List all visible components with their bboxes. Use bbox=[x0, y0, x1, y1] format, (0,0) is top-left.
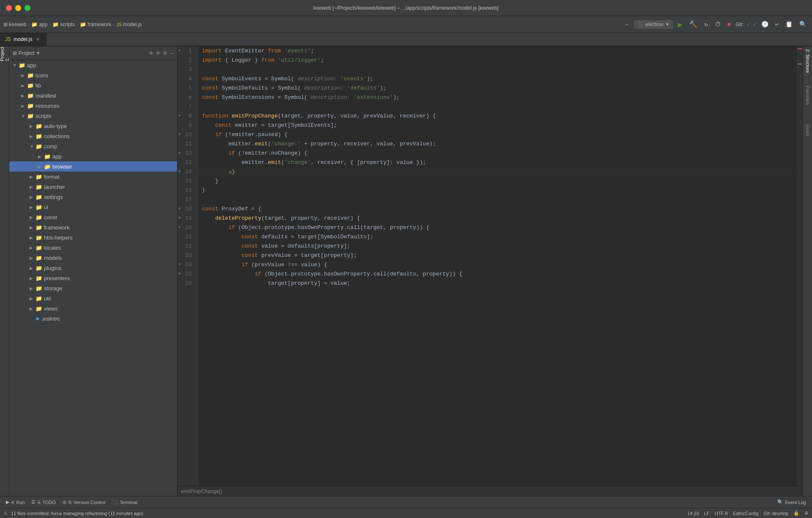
fold-18[interactable]: ▼ bbox=[178, 204, 181, 214]
tree-item-collections[interactable]: ▶ 📁 collections bbox=[9, 131, 177, 141]
fold-25[interactable]: ▼ bbox=[178, 270, 181, 279]
left-icon-project[interactable]: 1: Project bbox=[0, 48, 9, 60]
version-control-button[interactable]: ◎ 9: Version Control bbox=[60, 499, 108, 506]
breadcrumb-framework[interactable]: 📁 framework bbox=[80, 22, 111, 27]
fold-1[interactable]: ▼ bbox=[178, 46, 181, 56]
code-content[interactable]: import EventEmitter from 'events' ; impo… bbox=[199, 46, 797, 486]
run-button[interactable]: ▶ bbox=[676, 19, 684, 30]
code-line-11[interactable]: emitter. emit ( 'change:' + property, re… bbox=[199, 139, 797, 149]
tree-item-resources[interactable]: ▶ 📁 resources bbox=[9, 101, 177, 111]
status-git-branch[interactable]: Git: develop bbox=[763, 510, 788, 516]
tree-item-util[interactable]: ▶ 📁 util bbox=[9, 293, 177, 303]
search-button[interactable]: 🔍 bbox=[797, 19, 809, 29]
breadcrumb-keeweb[interactable]: ⊞ keeweb bbox=[3, 22, 26, 27]
status-commit-info[interactable]: 11 files committed: focus managing refac… bbox=[11, 511, 143, 516]
tree-item-icons[interactable]: ▶ 📁 icons bbox=[9, 70, 177, 80]
right-icon-favorites[interactable]: Favorites bbox=[804, 83, 812, 108]
breadcrumb-scripts[interactable]: 📁 scripts bbox=[52, 22, 75, 27]
tree-item-views[interactable]: ▶ 📁 views bbox=[9, 303, 177, 314]
right-icon-structure[interactable]: 2: Structure bbox=[804, 48, 812, 74]
code-line-8[interactable]: function emitPropChange (target, propert… bbox=[199, 112, 797, 121]
code-line-5[interactable]: const SymbolDefaults = Symbol( descripti… bbox=[199, 84, 797, 93]
close-button[interactable] bbox=[6, 5, 12, 11]
tree-item-launcher[interactable]: ▶ 📁 launcher bbox=[9, 182, 177, 192]
code-line-19[interactable]: deleteProperty (target, property, receiv… bbox=[199, 214, 797, 223]
tree-item-lib[interactable]: ▶ 📁 lib bbox=[9, 80, 177, 90]
git-push-button[interactable]: 📋 bbox=[783, 19, 795, 29]
tree-item-scripts[interactable]: ▼ 📁 scripts bbox=[9, 111, 177, 121]
settings-button[interactable]: ⚙ bbox=[163, 49, 166, 57]
git-rollback-button[interactable]: ↩ bbox=[773, 19, 781, 29]
minimize-panel-button[interactable]: — bbox=[170, 50, 174, 57]
tree-item-auto-type[interactable]: ▶ 📁 auto-type bbox=[9, 121, 177, 131]
todo-panel-button[interactable]: ☰ 6: TODO bbox=[29, 499, 58, 506]
git-history-button[interactable]: 🕐 bbox=[759, 19, 771, 29]
fold-24[interactable]: ▼ bbox=[178, 260, 181, 270]
code-line-6[interactable]: const SymbolExtensions = Symbol( descrip… bbox=[199, 93, 797, 102]
tree-item-comp[interactable]: ▼ 📁 comp bbox=[9, 141, 177, 151]
code-line-23[interactable]: const prevValue = target[property]; bbox=[199, 251, 797, 260]
tab-model-js[interactable]: JS model.js ✕ bbox=[0, 33, 46, 46]
fold-20[interactable]: ▼ bbox=[178, 223, 181, 232]
build-button[interactable]: 🔨 bbox=[687, 19, 700, 30]
window-controls[interactable] bbox=[6, 5, 30, 11]
breadcrumb-model-js[interactable]: JS model.js bbox=[116, 22, 142, 27]
fold-12[interactable]: ▼ bbox=[178, 149, 181, 158]
tree-item-models[interactable]: ▶ 📁 models bbox=[9, 253, 177, 263]
status-encoding[interactable]: LF bbox=[704, 510, 710, 516]
event-log-button[interactable]: 🔍 Event Log bbox=[775, 499, 809, 506]
code-line-18[interactable]: const ProxyDef = { bbox=[199, 204, 797, 214]
code-line-22[interactable]: const value = defaults[property]; bbox=[199, 242, 797, 251]
fold-19[interactable]: ▼ bbox=[178, 214, 181, 223]
stop-button[interactable]: ■ bbox=[725, 20, 733, 29]
locate-file-button[interactable]: ⊕ bbox=[149, 49, 153, 57]
status-settings-icon[interactable]: ⚙ bbox=[804, 510, 809, 516]
code-line-20[interactable]: if (Object.prototype.hasOwnProperty.call… bbox=[199, 223, 797, 232]
code-line-3[interactable] bbox=[199, 65, 797, 74]
reload-button[interactable]: ↻ bbox=[702, 19, 710, 29]
panel-dropdown-arrow[interactable]: ▼ bbox=[36, 51, 40, 55]
code-line-26[interactable]: target[property] = value; bbox=[199, 279, 797, 288]
status-indent[interactable]: EditorConfig bbox=[733, 510, 759, 516]
fold-8[interactable]: ▼ bbox=[178, 112, 181, 121]
code-line-25[interactable]: if (Object.prototype.hasOwnProperty.call… bbox=[199, 270, 797, 279]
tree-item-format[interactable]: ▶ 📁 format bbox=[9, 172, 177, 182]
minimize-button[interactable] bbox=[15, 5, 21, 11]
maximize-button[interactable] bbox=[25, 5, 30, 11]
tree-item-browser[interactable]: ▶ 📁 browser bbox=[9, 161, 177, 172]
tree-item-ui[interactable]: ▶ 📁 ui bbox=[9, 202, 177, 212]
tab-close-button[interactable]: ✕ bbox=[35, 36, 41, 42]
code-line-15[interactable]: } bbox=[199, 177, 797, 186]
tree-item-storage[interactable]: ▶ 📁 storage bbox=[9, 283, 177, 293]
code-line-24[interactable]: if (prevValue !== value) { bbox=[199, 260, 797, 270]
profile-button[interactable]: ⏱ bbox=[713, 20, 723, 29]
tree-item-framework[interactable]: ▶ 📁 framework bbox=[9, 222, 177, 232]
tree-item-locales[interactable]: ▶ 📁 locales bbox=[9, 243, 177, 253]
right-scroll-gutter[interactable] bbox=[797, 46, 803, 486]
breadcrumb-app[interactable]: 📁 app bbox=[31, 22, 47, 27]
tree-item-settings[interactable]: ▶ 📁 settings bbox=[9, 192, 177, 202]
tree-item-const[interactable]: ▶ 📁 const bbox=[9, 212, 177, 222]
terminal-button[interactable]: ⬛ Terminal bbox=[109, 499, 140, 506]
code-line-14[interactable]: ⚠ } bbox=[199, 167, 797, 177]
code-line-17[interactable] bbox=[199, 195, 797, 204]
code-line-16[interactable]: } bbox=[199, 186, 797, 195]
fold-10[interactable]: ▼ bbox=[178, 130, 181, 139]
tree-item-comp-app[interactable]: ▶ 📁 app bbox=[9, 151, 177, 161]
run-target-button[interactable]: electron ▼ bbox=[634, 20, 673, 29]
code-line-9[interactable]: const emitter = target[SymbolEvents]; bbox=[199, 121, 797, 130]
tree-item-eslintrc[interactable]: ▶ ● .eslintrc bbox=[9, 314, 177, 324]
tree-item-manifest[interactable]: ▶ 📁 manifest bbox=[9, 90, 177, 101]
code-line-12[interactable]: if (!emitter. noChange ) { bbox=[199, 149, 797, 158]
run-panel-button[interactable]: ▶ 4: Run bbox=[3, 499, 27, 506]
tree-item-presenters[interactable]: ▶ 📁 presenters bbox=[9, 273, 177, 283]
code-line-13[interactable]: emitter. emit ( 'change' , receiver, { [… bbox=[199, 158, 797, 167]
fold-14[interactable]: ▼ bbox=[178, 167, 181, 177]
code-line-21[interactable]: const defaults = target[SymbolDefaults]; bbox=[199, 232, 797, 242]
code-line-4[interactable]: const SymbolEvents = Symbol( description… bbox=[199, 74, 797, 84]
code-line-10[interactable]: if (!emitter. paused ) { bbox=[199, 130, 797, 139]
right-icon-grunt[interactable]: Grunt bbox=[804, 117, 812, 143]
status-charset[interactable]: UTF-8 bbox=[715, 510, 728, 516]
code-line-7[interactable] bbox=[199, 102, 797, 112]
tree-item-hbs-helpers[interactable]: ▶ 📁 hbs-helpers bbox=[9, 232, 177, 243]
